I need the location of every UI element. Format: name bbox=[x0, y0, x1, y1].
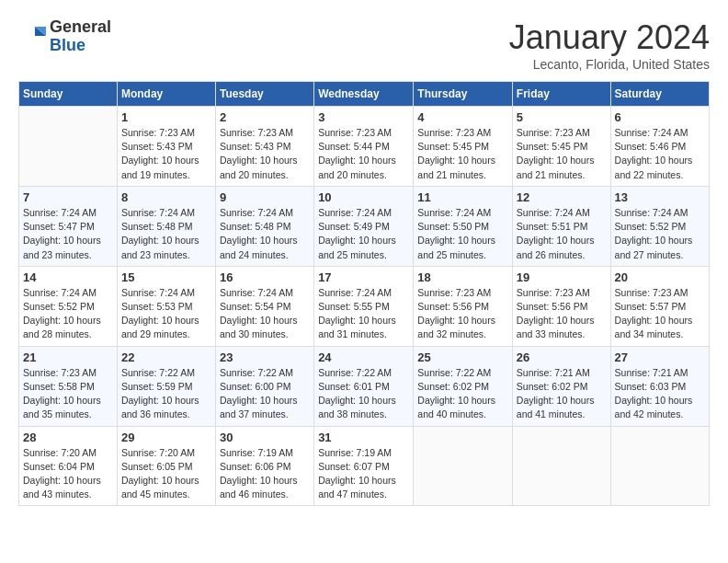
logo-general: General bbox=[50, 17, 111, 36]
day-number: 2 bbox=[220, 110, 310, 124]
day-number: 19 bbox=[517, 270, 607, 284]
calendar-table: Sunday Monday Tuesday Wednesday Thursday… bbox=[18, 81, 710, 506]
day-info: Sunrise: 7:24 AM Sunset: 5:51 PM Dayligh… bbox=[517, 206, 607, 262]
day-info: Sunrise: 7:19 AM Sunset: 6:06 PM Dayligh… bbox=[220, 446, 310, 502]
day-number: 16 bbox=[220, 270, 310, 284]
logo: General Blue bbox=[18, 18, 111, 55]
day-number: 4 bbox=[417, 110, 508, 124]
day-number: 28 bbox=[23, 431, 113, 444]
day-number: 22 bbox=[121, 350, 211, 364]
day-number: 29 bbox=[121, 431, 211, 444]
logo-icon bbox=[18, 23, 46, 51]
day-number: 15 bbox=[121, 270, 211, 284]
day-number: 24 bbox=[318, 350, 409, 364]
day-number: 6 bbox=[615, 110, 705, 124]
page-header: General Blue January 2024 Lecanto, Flori… bbox=[18, 18, 710, 72]
day-info: Sunrise: 7:21 AM Sunset: 6:02 PM Dayligh… bbox=[517, 366, 607, 422]
day-number: 8 bbox=[121, 190, 211, 204]
day-cell: 9Sunrise: 7:24 AM Sunset: 5:48 PM Daylig… bbox=[215, 186, 313, 266]
day-cell: 19Sunrise: 7:23 AM Sunset: 5:56 PM Dayli… bbox=[512, 266, 610, 346]
day-info: Sunrise: 7:22 AM Sunset: 6:02 PM Dayligh… bbox=[417, 366, 508, 422]
day-cell: 1Sunrise: 7:23 AM Sunset: 5:43 PM Daylig… bbox=[117, 107, 215, 187]
logo-text: General Blue bbox=[50, 18, 111, 55]
day-info: Sunrise: 7:23 AM Sunset: 5:43 PM Dayligh… bbox=[220, 126, 310, 182]
day-cell: 20Sunrise: 7:23 AM Sunset: 5:57 PM Dayli… bbox=[610, 266, 709, 346]
day-number: 20 bbox=[615, 270, 705, 284]
day-number: 13 bbox=[615, 190, 705, 204]
day-cell: 14Sunrise: 7:24 AM Sunset: 5:52 PM Dayli… bbox=[19, 266, 118, 346]
day-info: Sunrise: 7:20 AM Sunset: 6:05 PM Dayligh… bbox=[121, 446, 211, 502]
title-block: January 2024 Lecanto, Florida, United St… bbox=[509, 18, 710, 72]
month-title: January 2024 bbox=[509, 18, 710, 57]
day-cell: 23Sunrise: 7:22 AM Sunset: 6:00 PM Dayli… bbox=[215, 346, 313, 426]
day-number: 25 bbox=[417, 350, 508, 364]
day-info: Sunrise: 7:21 AM Sunset: 6:03 PM Dayligh… bbox=[615, 366, 705, 422]
day-cell: 31Sunrise: 7:19 AM Sunset: 6:07 PM Dayli… bbox=[314, 426, 414, 506]
day-info: Sunrise: 7:22 AM Sunset: 6:00 PM Dayligh… bbox=[220, 366, 310, 422]
day-info: Sunrise: 7:23 AM Sunset: 5:43 PM Dayligh… bbox=[121, 126, 211, 182]
day-info: Sunrise: 7:24 AM Sunset: 5:55 PM Dayligh… bbox=[318, 286, 409, 342]
day-info: Sunrise: 7:24 AM Sunset: 5:48 PM Dayligh… bbox=[220, 206, 310, 262]
day-cell bbox=[610, 426, 709, 506]
day-number: 21 bbox=[23, 350, 113, 364]
day-info: Sunrise: 7:24 AM Sunset: 5:48 PM Dayligh… bbox=[121, 206, 211, 262]
day-number: 10 bbox=[318, 190, 409, 204]
day-info: Sunrise: 7:23 AM Sunset: 5:56 PM Dayligh… bbox=[517, 286, 607, 342]
day-number: 14 bbox=[23, 270, 113, 284]
day-cell: 25Sunrise: 7:22 AM Sunset: 6:02 PM Dayli… bbox=[414, 346, 513, 426]
col-saturday: Saturday bbox=[610, 82, 709, 107]
day-number: 26 bbox=[517, 350, 607, 364]
day-number: 18 bbox=[417, 270, 508, 284]
day-cell: 22Sunrise: 7:22 AM Sunset: 5:59 PM Dayli… bbox=[117, 346, 215, 426]
col-monday: Monday bbox=[117, 82, 215, 107]
day-cell bbox=[414, 426, 513, 506]
day-info: Sunrise: 7:20 AM Sunset: 6:04 PM Dayligh… bbox=[23, 446, 113, 502]
day-info: Sunrise: 7:24 AM Sunset: 5:53 PM Dayligh… bbox=[121, 286, 211, 342]
day-cell bbox=[512, 426, 610, 506]
col-thursday: Thursday bbox=[414, 82, 513, 107]
day-number: 1 bbox=[121, 110, 211, 124]
day-info: Sunrise: 7:23 AM Sunset: 5:45 PM Dayligh… bbox=[517, 126, 607, 182]
week-row-1: 1Sunrise: 7:23 AM Sunset: 5:43 PM Daylig… bbox=[19, 107, 710, 187]
day-info: Sunrise: 7:24 AM Sunset: 5:52 PM Dayligh… bbox=[615, 206, 705, 262]
day-info: Sunrise: 7:23 AM Sunset: 5:57 PM Dayligh… bbox=[615, 286, 705, 342]
day-cell: 17Sunrise: 7:24 AM Sunset: 5:55 PM Dayli… bbox=[314, 266, 414, 346]
day-cell: 5Sunrise: 7:23 AM Sunset: 5:45 PM Daylig… bbox=[512, 107, 610, 187]
day-info: Sunrise: 7:23 AM Sunset: 5:58 PM Dayligh… bbox=[23, 366, 113, 422]
col-wednesday: Wednesday bbox=[314, 82, 414, 107]
day-cell: 2Sunrise: 7:23 AM Sunset: 5:43 PM Daylig… bbox=[215, 107, 313, 187]
col-friday: Friday bbox=[512, 82, 610, 107]
day-cell: 6Sunrise: 7:24 AM Sunset: 5:46 PM Daylig… bbox=[610, 107, 709, 187]
day-number: 31 bbox=[318, 431, 409, 444]
logo-blue: Blue bbox=[50, 36, 85, 54]
day-info: Sunrise: 7:24 AM Sunset: 5:47 PM Dayligh… bbox=[23, 206, 113, 262]
header-row: Sunday Monday Tuesday Wednesday Thursday… bbox=[19, 82, 710, 107]
col-tuesday: Tuesday bbox=[215, 82, 313, 107]
day-cell: 26Sunrise: 7:21 AM Sunset: 6:02 PM Dayli… bbox=[512, 346, 610, 426]
day-info: Sunrise: 7:22 AM Sunset: 5:59 PM Dayligh… bbox=[121, 366, 211, 422]
day-cell: 16Sunrise: 7:24 AM Sunset: 5:54 PM Dayli… bbox=[215, 266, 313, 346]
day-cell: 10Sunrise: 7:24 AM Sunset: 5:49 PM Dayli… bbox=[314, 186, 414, 266]
day-number: 3 bbox=[318, 110, 409, 124]
day-cell: 21Sunrise: 7:23 AM Sunset: 5:58 PM Dayli… bbox=[19, 346, 118, 426]
day-cell: 29Sunrise: 7:20 AM Sunset: 6:05 PM Dayli… bbox=[117, 426, 215, 506]
week-row-3: 14Sunrise: 7:24 AM Sunset: 5:52 PM Dayli… bbox=[19, 266, 710, 346]
day-info: Sunrise: 7:23 AM Sunset: 5:45 PM Dayligh… bbox=[417, 126, 508, 182]
day-cell: 3Sunrise: 7:23 AM Sunset: 5:44 PM Daylig… bbox=[314, 107, 414, 187]
day-info: Sunrise: 7:24 AM Sunset: 5:52 PM Dayligh… bbox=[23, 286, 113, 342]
day-cell: 4Sunrise: 7:23 AM Sunset: 5:45 PM Daylig… bbox=[414, 107, 513, 187]
location: Lecanto, Florida, United States bbox=[509, 57, 710, 72]
day-cell: 18Sunrise: 7:23 AM Sunset: 5:56 PM Dayli… bbox=[414, 266, 513, 346]
day-number: 11 bbox=[417, 190, 508, 204]
day-info: Sunrise: 7:23 AM Sunset: 5:44 PM Dayligh… bbox=[318, 126, 409, 182]
day-cell: 12Sunrise: 7:24 AM Sunset: 5:51 PM Dayli… bbox=[512, 186, 610, 266]
day-info: Sunrise: 7:24 AM Sunset: 5:49 PM Dayligh… bbox=[318, 206, 409, 262]
week-row-2: 7Sunrise: 7:24 AM Sunset: 5:47 PM Daylig… bbox=[19, 186, 710, 266]
day-info: Sunrise: 7:24 AM Sunset: 5:50 PM Dayligh… bbox=[417, 206, 508, 262]
day-cell: 27Sunrise: 7:21 AM Sunset: 6:03 PM Dayli… bbox=[610, 346, 709, 426]
day-cell: 7Sunrise: 7:24 AM Sunset: 5:47 PM Daylig… bbox=[19, 186, 118, 266]
week-row-4: 21Sunrise: 7:23 AM Sunset: 5:58 PM Dayli… bbox=[19, 346, 710, 426]
day-info: Sunrise: 7:23 AM Sunset: 5:56 PM Dayligh… bbox=[417, 286, 508, 342]
day-info: Sunrise: 7:24 AM Sunset: 5:54 PM Dayligh… bbox=[220, 286, 310, 342]
week-row-5: 28Sunrise: 7:20 AM Sunset: 6:04 PM Dayli… bbox=[19, 426, 710, 506]
